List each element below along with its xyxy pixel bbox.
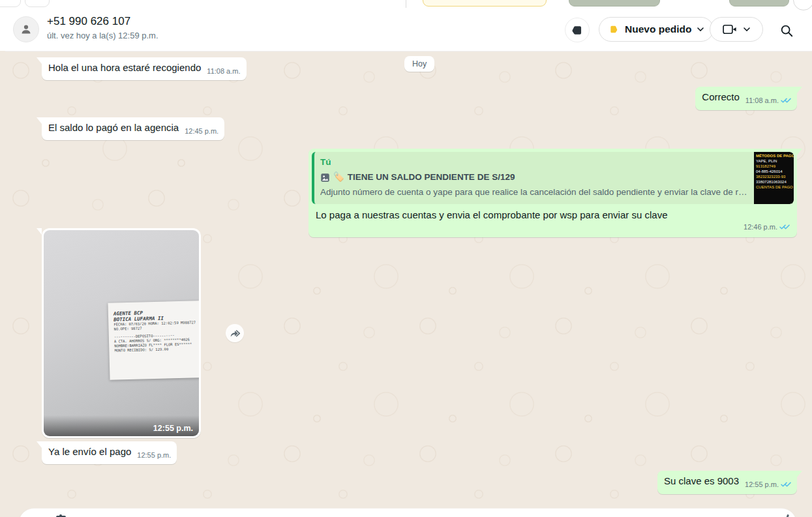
cutoff-pill-green[interactable]: [569, 0, 660, 7]
message-text: Correcto: [702, 91, 740, 102]
message-time: 11:08 a.m.: [207, 65, 240, 78]
label-icon: [571, 24, 584, 37]
attach-plus-icon[interactable]: [59, 514, 62, 517]
label-button[interactable]: [565, 18, 590, 42]
chat-header: +51 990 626 107 últ. vez hoy a la(s) 12:…: [5, 7, 812, 52]
receipt-paper: AGENTE BCP BOTICA LUFARMA II FECHA: 07/0…: [108, 301, 199, 380]
cutoff-pill-green[interactable]: [729, 0, 789, 7]
whatsapp-chat-window: +51 990 626 107 últ. vez hoy a la(s) 12:…: [0, 0, 812, 517]
receipt-photo[interactable]: AGENTE BCP BOTICA LUFARMA II FECHA: 07/0…: [44, 230, 199, 436]
quote-title-row: 🏷️ TIENE UN SALDO PENDIENTE DE S/129: [320, 171, 748, 184]
person-icon: [19, 22, 33, 37]
message-bubble-outgoing-with-quote[interactable]: Tú 🏷️ TIENE UN SALDO PENDIENTE DE S/129 …: [308, 149, 797, 237]
video-camera-icon: [723, 24, 737, 35]
message-text: Hola el una hora estaré recogiendo: [48, 62, 201, 73]
mic-icon[interactable]: [786, 514, 789, 517]
divider: [406, 0, 406, 8]
message-bubble-outgoing[interactable]: Su clave es 900312:55 p.m.: [657, 471, 797, 494]
tag-emoji: 🏷️: [333, 171, 344, 184]
message-bubble-incoming[interactable]: Ya le envío el pago12:55 p.m.: [42, 441, 177, 464]
cutoff-pill[interactable]: [0, 0, 21, 7]
forward-button[interactable]: [226, 324, 244, 342]
message-time: 12:55 p.m.: [745, 478, 791, 492]
message-text: Lo paga a nuestras cuentas y envia el co…: [312, 204, 794, 222]
quote-thumbnail-image: MÉTODOS DE PAGO YAPE, PLIN 913182749 04-…: [754, 152, 794, 204]
thumbnail-line: 04-885-426014: [756, 169, 792, 174]
message-composer[interactable]: [18, 508, 797, 517]
thumbnail-line: 38232323233-93: [756, 174, 792, 179]
read-receipt-icon: [781, 95, 791, 108]
new-order-dropdown[interactable]: Nuevo pedido: [599, 17, 714, 42]
message-bubble-incoming[interactable]: Hola el una hora estaré recogiendo11:08 …: [42, 57, 247, 80]
thumbnail-line: YAPE, PLIN: [756, 158, 792, 164]
thumbnail-line: 913182749: [756, 164, 792, 169]
quote-snippet: Adjunto número de cuenta o yape para que…: [320, 186, 748, 199]
message-text: El saldo lo pagó en la agencia: [48, 122, 179, 133]
message-time: 12:46 p.m.: [744, 220, 790, 234]
contact-last-seen: últ. vez hoy a la(s) 12:59 p.m.: [47, 31, 158, 40]
video-call-dropdown[interactable]: [710, 17, 763, 42]
cutoff-pill-yellow[interactable]: [423, 0, 547, 7]
message-time: 12:55 p.m.: [137, 449, 171, 462]
new-order-label: Nuevo pedido: [625, 23, 691, 35]
message-text: Ya le envío el pago: [48, 446, 131, 457]
message-bubble-outgoing[interactable]: Correcto11:08 a.m.: [695, 87, 797, 110]
thumbnail-line: CUENTAS DE PAGO: [756, 185, 792, 190]
message-time: 12:45 p.m.: [185, 125, 218, 138]
date-divider: Hoy: [404, 56, 434, 72]
quoted-message[interactable]: Tú 🏷️ TIENE UN SALDO PENDIENTE DE S/129 …: [312, 152, 794, 204]
message-image-incoming[interactable]: AGENTE BCP BOTICA LUFARMA II FECHA: 07/0…: [42, 228, 201, 438]
chevron-down-icon: [744, 27, 750, 31]
read-receipt-icon: [779, 221, 790, 234]
message-time: 12:55 p.m.: [153, 424, 193, 433]
quote-title: TIENE UN SALDO PENDIENTE DE S/129: [348, 171, 515, 184]
search-icon: [779, 23, 794, 38]
forward-icon: [230, 329, 241, 338]
top-cutoff-strip: [0, 0, 812, 8]
thumbnail-title: MÉTODOS DE PAGO: [756, 153, 792, 158]
photo-icon: [320, 173, 330, 183]
thumbnail-line: 33807281063024: [756, 179, 792, 185]
contact-name[interactable]: +51 990 626 107: [47, 15, 130, 28]
message-bubble-incoming[interactable]: El saldo lo pagó en la agencia12:45 p.m.: [42, 117, 224, 140]
order-tag-icon: [609, 24, 619, 35]
search-button[interactable]: [777, 22, 796, 40]
read-receipt-icon: [781, 479, 791, 492]
quote-author: Tú: [320, 156, 748, 169]
cutoff-pill[interactable]: [25, 0, 50, 7]
chevron-down-icon: [697, 27, 704, 31]
message-text: Su clave es 9003: [664, 475, 739, 486]
avatar[interactable]: [13, 16, 39, 42]
message-time: 11:08 a.m.: [745, 94, 791, 108]
